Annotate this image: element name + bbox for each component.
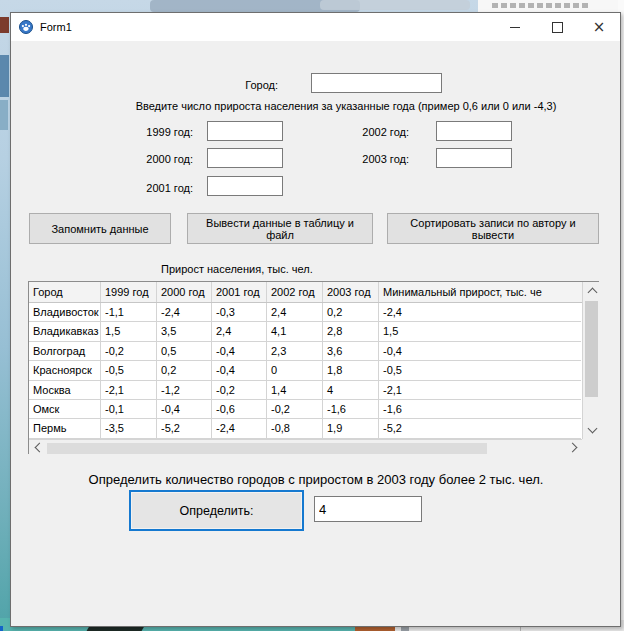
population-table: Город1999 год2000 год2001 год2002 год200… — [28, 281, 599, 454]
value-cell: -1,1 — [101, 303, 157, 322]
city-cell: Волгоград — [29, 342, 101, 361]
year-1999-label: 1999 год: — [108, 126, 193, 138]
value-cell: -0,5 — [379, 361, 581, 380]
value-cell: -1,6 — [379, 400, 581, 419]
value-cell: -1,2 — [157, 381, 212, 400]
value-cell: -2,4 — [157, 303, 212, 322]
column-header[interactable]: 2003 год — [323, 282, 379, 302]
value-cell: -0,3 — [212, 303, 267, 322]
value-cell: 0 — [267, 361, 323, 380]
vertical-scrollbar[interactable] — [582, 282, 600, 439]
column-header[interactable]: 2000 год — [157, 282, 212, 302]
value-cell: -0,2 — [267, 400, 323, 419]
table-row[interactable]: Красноярск-0,50,2-0,401,8-0,5 — [29, 361, 582, 380]
column-header[interactable]: 1999 год — [101, 282, 157, 302]
city-cell: Красноярск — [29, 361, 101, 380]
scroll-right-icon — [567, 443, 577, 453]
value-cell: 1,8 — [323, 361, 379, 380]
year-2003-input[interactable] — [436, 148, 512, 168]
wallpaper-cloud — [320, 0, 470, 10]
value-cell: -0,4 — [157, 400, 212, 419]
horizontal-scrollbar-thumb[interactable] — [47, 443, 487, 454]
table-row[interactable]: Пермь-3,5-5,2-2,4-0,81,9-5,2 — [29, 419, 582, 438]
column-header[interactable]: 2001 год — [212, 282, 267, 302]
form-client-area: Город: Введите число прироста населения … — [11, 41, 620, 626]
value-cell: 2,4 — [267, 303, 323, 322]
column-header[interactable]: 2002 год — [267, 282, 323, 302]
title-bar[interactable]: Form1 × — [11, 13, 620, 41]
horizontal-scrollbar[interactable] — [29, 439, 582, 455]
value-cell: 3,5 — [157, 322, 212, 341]
table-header-row: Город1999 год2000 год2001 год2002 год200… — [29, 282, 582, 303]
column-header[interactable]: Город — [29, 282, 101, 302]
desktop-icon-fragment — [0, 100, 8, 130]
year-2003-label: 2003 год: — [324, 153, 409, 165]
table-row[interactable]: Владикавказ1,53,52,44,12,81,5 — [29, 322, 582, 341]
table-caption: Прирост населения, тыс. чел. — [161, 263, 313, 275]
window-title: Form1 — [40, 21, 494, 33]
value-cell: -0,1 — [101, 400, 157, 419]
desktop-icon-fragment — [0, 626, 3, 631]
value-cell: 1,5 — [379, 322, 581, 341]
table-row[interactable]: Владивосток-1,1-2,4-0,32,40,2-2,4 — [29, 303, 582, 322]
background-icon-fragment — [401, 627, 409, 631]
year-2002-label: 2002 год: — [324, 126, 409, 138]
column-header[interactable]: Минимальный прирост, тыс. че — [379, 282, 581, 302]
instruction-label: Введите число прироста населения за указ… — [126, 100, 566, 112]
value-cell: -0,6 — [212, 400, 267, 419]
value-cell: -0,2 — [212, 381, 267, 400]
table-row[interactable]: Москва-2,1-1,2-0,21,44-2,1 — [29, 381, 582, 400]
city-label: Город: — [161, 79, 278, 91]
value-cell: -0,2 — [101, 342, 157, 361]
city-cell: Омск — [29, 400, 101, 419]
close-icon: × — [593, 20, 606, 35]
year-2002-input[interactable] — [436, 121, 512, 141]
question-label: Определить количество городов с приросто… — [41, 472, 591, 487]
scroll-left-icon — [34, 443, 44, 453]
city-input[interactable] — [311, 73, 442, 93]
year-1999-input[interactable] — [207, 121, 283, 141]
value-cell: -0,4 — [212, 342, 267, 361]
value-cell: -0,5 — [101, 361, 157, 380]
city-cell: Владикавказ — [29, 322, 101, 341]
desktop: Form1 × Город: Введите число прироста на… — [0, 0, 624, 631]
value-cell: 0,5 — [157, 342, 212, 361]
scrollbar-corner — [582, 439, 600, 455]
table-body: Владивосток-1,1-2,4-0,32,40,2-2,4Владика… — [29, 303, 582, 439]
output-table-file-button[interactable]: Вывести данные в таблицу и файл — [187, 213, 373, 244]
scroll-down-button[interactable] — [583, 421, 601, 439]
value-cell: -2,4 — [212, 419, 267, 438]
value-cell: -0,8 — [267, 419, 323, 438]
close-button[interactable]: × — [578, 13, 620, 41]
value-cell: 0,2 — [157, 361, 212, 380]
desktop-icon-fragment — [0, 17, 9, 33]
city-cell: Москва — [29, 381, 101, 400]
table-row[interactable]: Волгоград-0,20,5-0,42,33,6-0,4 — [29, 342, 582, 361]
value-cell: -0,4 — [379, 342, 581, 361]
value-cell: 2,8 — [323, 322, 379, 341]
year-2001-input[interactable] — [207, 176, 283, 196]
scroll-right-button[interactable] — [565, 440, 582, 455]
table-row[interactable]: Омск-0,1-0,4-0,6-0,2-1,6-1,6 — [29, 400, 582, 419]
value-cell: 2,4 — [212, 322, 267, 341]
value-cell: 0,2 — [323, 303, 379, 322]
value-cell: 4 — [323, 381, 379, 400]
form1-window: Form1 × Город: Введите число прироста на… — [10, 12, 621, 627]
determine-result-input[interactable] — [314, 496, 422, 522]
remember-data-button[interactable]: Запомнить данные — [29, 213, 171, 244]
determine-button[interactable]: Определить: — [129, 490, 304, 531]
maximize-button[interactable] — [536, 13, 578, 41]
value-cell: 1,9 — [323, 419, 379, 438]
value-cell: -5,2 — [379, 419, 581, 438]
city-cell: Владивосток — [29, 303, 101, 322]
year-2000-label: 2000 год: — [108, 153, 193, 165]
sort-records-button[interactable]: Сортировать записи по автору и вывести — [387, 213, 599, 244]
scroll-left-button[interactable] — [29, 440, 46, 455]
value-cell: -3,5 — [101, 419, 157, 438]
vertical-scrollbar-thumb[interactable] — [585, 301, 598, 397]
minimize-button[interactable] — [494, 13, 536, 41]
scroll-up-button[interactable] — [583, 282, 601, 300]
scroll-down-icon — [587, 424, 597, 434]
year-2000-input[interactable] — [207, 148, 283, 168]
value-cell: -1,6 — [323, 400, 379, 419]
